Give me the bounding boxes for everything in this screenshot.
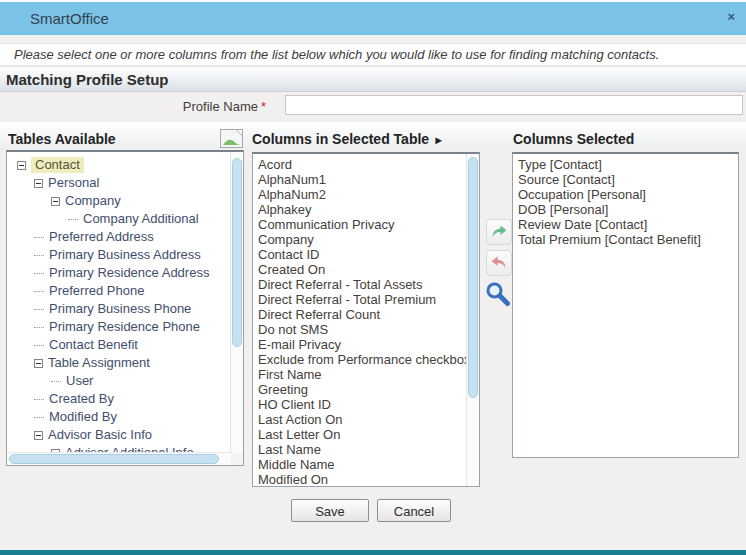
profile-name-label: Profile Name* bbox=[0, 99, 266, 114]
tree-item[interactable]: Contact bbox=[7, 156, 231, 174]
tree-item[interactable]: Primary Business Address bbox=[7, 246, 231, 264]
tree-item-label: Primary Residence Phone bbox=[49, 319, 200, 335]
list-item[interactable]: Communication Privacy bbox=[253, 217, 467, 232]
list-item[interactable]: E-mail Privacy bbox=[253, 337, 467, 352]
tree-item[interactable]: Primary Residence Address bbox=[7, 264, 231, 282]
list-item[interactable]: Alphakey bbox=[253, 202, 467, 217]
list-item[interactable]: Company bbox=[253, 232, 467, 247]
list-item[interactable]: Total Premium [Contact Benefit] bbox=[513, 232, 738, 247]
list-item[interactable]: Acord bbox=[253, 157, 467, 172]
list-item[interactable]: HO Client ID bbox=[253, 397, 467, 412]
collapse-minus-icon[interactable] bbox=[34, 431, 43, 440]
tables-horizontal-scrollbar[interactable] bbox=[7, 452, 231, 465]
instruction-bar: Please select one or more columns from t… bbox=[0, 43, 746, 66]
tree-item-label: Primary Business Phone bbox=[49, 301, 191, 317]
tree-branch-icon bbox=[34, 398, 44, 400]
tree-item-label: Modified By bbox=[49, 409, 117, 425]
tree-item[interactable]: Primary Residence Phone bbox=[7, 318, 231, 336]
tree-branch-icon bbox=[34, 326, 44, 328]
list-item[interactable]: Direct Referral - Total Premium bbox=[253, 292, 467, 307]
columns-vertical-scrollbar[interactable] bbox=[466, 154, 479, 486]
list-item[interactable]: Middle Name bbox=[253, 457, 467, 472]
right-triangle-icon: ► bbox=[433, 134, 444, 146]
list-item[interactable]: Review Date [Contact] bbox=[513, 217, 738, 232]
section-header: Matching Profile Setup bbox=[0, 68, 746, 92]
section-title: Matching Profile Setup bbox=[6, 71, 169, 88]
list-item[interactable]: Direct Referral - Total Assets bbox=[253, 277, 467, 292]
tree-item-label: Company bbox=[65, 193, 121, 209]
tree-item[interactable]: Primary Business Phone bbox=[7, 300, 231, 318]
tree-item[interactable]: Preferred Phone bbox=[7, 282, 231, 300]
list-item[interactable]: Created On bbox=[253, 262, 467, 277]
tree-item-label: Contact Benefit bbox=[49, 337, 138, 353]
profile-name-input[interactable] bbox=[285, 95, 743, 115]
list-item[interactable]: AlphaNum2 bbox=[253, 187, 467, 202]
tree-item[interactable]: Modified By bbox=[7, 408, 231, 426]
image-placeholder-icon[interactable] bbox=[220, 129, 243, 148]
tree-item-label: Table Assignment bbox=[48, 355, 150, 371]
list-item[interactable]: Modified On bbox=[253, 472, 467, 486]
list-item[interactable]: Do not SMS bbox=[253, 322, 467, 337]
tables-tree: ContactPersonalCompanyCompany Additional… bbox=[7, 152, 231, 453]
tables-available-header: Tables Available bbox=[8, 131, 116, 147]
window-bottom-edge bbox=[0, 550, 746, 555]
selected-columns-list: Type [Contact]Source [Contact]Occupation… bbox=[513, 154, 738, 457]
list-item[interactable]: Last Letter On bbox=[253, 427, 467, 442]
scrollbar-corner bbox=[231, 453, 243, 465]
tree-item[interactable]: Company Additional bbox=[7, 210, 231, 228]
tree-item-label: Primary Residence Address bbox=[49, 265, 209, 281]
tree-item-label: Company Additional bbox=[83, 211, 199, 227]
list-item[interactable]: First Name bbox=[253, 367, 467, 382]
scrollbar-thumb[interactable] bbox=[232, 158, 242, 347]
list-item[interactable]: Exclude from Performance checkbox last r bbox=[253, 352, 467, 367]
tree-branch-icon bbox=[68, 218, 78, 220]
search-icon[interactable] bbox=[484, 280, 512, 308]
collapse-minus-icon[interactable] bbox=[34, 359, 43, 368]
tree-item[interactable]: Advisor Basic Info bbox=[7, 426, 231, 444]
tree-item[interactable]: Personal bbox=[7, 174, 231, 192]
collapse-minus-icon[interactable] bbox=[17, 161, 26, 170]
remove-column-button[interactable] bbox=[486, 250, 512, 276]
list-item[interactable]: Greeting bbox=[253, 382, 467, 397]
list-item[interactable]: Contact ID bbox=[253, 247, 467, 262]
tree-item[interactable]: Created By bbox=[7, 390, 231, 408]
tree-item[interactable]: Preferred Address bbox=[7, 228, 231, 246]
tree-branch-icon bbox=[34, 290, 44, 292]
list-item[interactable]: Type [Contact] bbox=[513, 157, 738, 172]
list-item[interactable]: Last Name bbox=[253, 442, 467, 457]
save-button[interactable]: Save bbox=[291, 499, 369, 522]
list-item[interactable]: DOB [Personal] bbox=[513, 202, 738, 217]
list-item[interactable]: Last Action On bbox=[253, 412, 467, 427]
tree-item[interactable]: User bbox=[7, 372, 231, 390]
collapse-minus-icon[interactable] bbox=[51, 197, 60, 206]
tree-branch-icon bbox=[34, 344, 44, 346]
instruction-text: Please select one or more columns from t… bbox=[14, 47, 659, 62]
tree-branch-icon bbox=[34, 236, 44, 238]
list-item[interactable]: Occupation [Personal] bbox=[513, 187, 738, 202]
tables-vertical-scrollbar[interactable] bbox=[230, 152, 243, 453]
collapse-minus-icon[interactable] bbox=[34, 179, 43, 188]
tree-item-label: Preferred Address bbox=[49, 229, 154, 245]
tree-item-label: User bbox=[66, 373, 93, 389]
columns-in-table-title: Columns in Selected Table bbox=[252, 131, 429, 147]
profile-name-label-text: Profile Name bbox=[183, 99, 258, 114]
list-item[interactable]: AlphaNum1 bbox=[253, 172, 467, 187]
tables-available-panel: ContactPersonalCompanyCompany Additional… bbox=[6, 150, 244, 466]
dialog-title: SmartOffice bbox=[30, 10, 109, 27]
tree-branch-icon bbox=[34, 254, 44, 256]
close-icon[interactable]: × bbox=[727, 10, 735, 24]
list-item[interactable]: Source [Contact] bbox=[513, 172, 738, 187]
scrollbar-thumb[interactable] bbox=[9, 454, 219, 464]
tree-item[interactable]: Contact Benefit bbox=[7, 336, 231, 354]
scrollbar-thumb[interactable] bbox=[468, 157, 478, 398]
dialog-titlebar: SmartOffice × bbox=[0, 0, 746, 35]
tree-item[interactable]: Table Assignment bbox=[7, 354, 231, 372]
columns-in-table-panel: AcordAlphaNum1AlphaNum2AlphakeyCommunica… bbox=[252, 152, 480, 487]
columns-list: AcordAlphaNum1AlphaNum2AlphakeyCommunica… bbox=[253, 154, 467, 486]
move-column-button[interactable] bbox=[486, 219, 512, 245]
columns-selected-header: Columns Selected bbox=[513, 131, 634, 147]
tree-item[interactable]: Company bbox=[7, 192, 231, 210]
list-item[interactable]: Direct Referral Count bbox=[253, 307, 467, 322]
cancel-button[interactable]: Cancel bbox=[377, 499, 451, 522]
tree-item-label: Created By bbox=[49, 391, 114, 407]
